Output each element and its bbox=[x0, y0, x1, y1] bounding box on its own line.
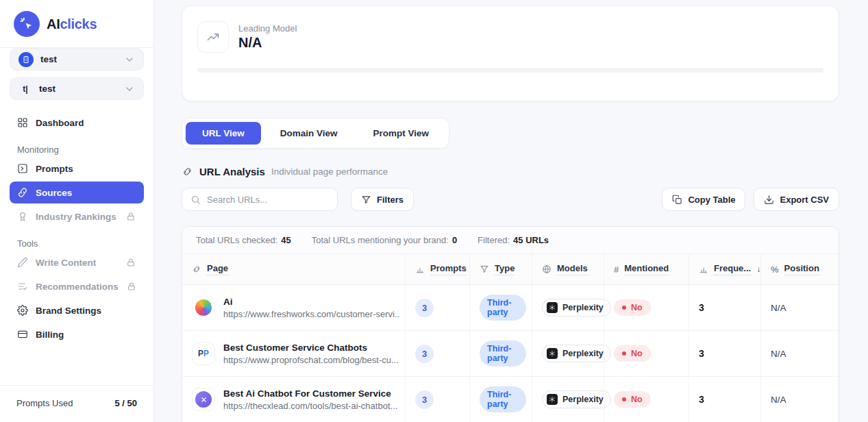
gear-icon bbox=[17, 305, 28, 316]
stat-filtered: Filtered:45 URLs bbox=[478, 235, 549, 245]
usage-value: 5 / 50 bbox=[114, 398, 137, 408]
table-header: Page Prompts Type Models # Mentioned Fre… bbox=[182, 254, 839, 284]
brand-logo: AIclicks bbox=[0, 0, 153, 48]
tab-domain-view[interactable]: Domain View bbox=[264, 122, 354, 145]
filters-label: Filters bbox=[377, 195, 404, 205]
status-dot bbox=[622, 351, 626, 356]
sidebar-item-label: Industry Rankings bbox=[36, 212, 116, 222]
table-row[interactable]: Best Ai Chatbot For Customer Service htt… bbox=[182, 376, 839, 422]
column-header-page[interactable]: Page bbox=[182, 254, 405, 284]
globe-icon bbox=[542, 264, 551, 274]
position-value: N/A bbox=[771, 395, 786, 405]
brand-name: AIclicks bbox=[47, 16, 97, 32]
column-header-type[interactable]: Type bbox=[469, 254, 532, 284]
export-csv-label: Export CSV bbox=[780, 195, 829, 205]
sidebar-item-label: Billing bbox=[36, 330, 64, 340]
credit-card-icon bbox=[17, 329, 28, 340]
sidebar-item-label: Sources bbox=[36, 188, 72, 198]
section-subtitle: Individual page performance bbox=[271, 166, 388, 177]
company-icon bbox=[18, 52, 34, 67]
lock-icon bbox=[125, 257, 136, 268]
sidebar-item-label: Write Content bbox=[36, 258, 96, 268]
table-controls: Filters Copy Table Export CSV bbox=[182, 188, 839, 211]
sidebar: AIclicks test t| test Dashboard Monitori… bbox=[0, 0, 154, 422]
frequency-value: 3 bbox=[699, 348, 704, 359]
mentioned-badge: No bbox=[614, 345, 651, 362]
search-box[interactable] bbox=[182, 188, 338, 211]
status-dot bbox=[622, 397, 626, 401]
sidebar-item-brand-settings[interactable]: Brand Settings bbox=[10, 299, 144, 321]
page-title: Best Ai Chatbot For Customer Service bbox=[223, 388, 397, 399]
sidebar-item-label: Recommendations bbox=[36, 282, 119, 292]
sidebar-item-prompts[interactable]: Prompts bbox=[10, 158, 144, 179]
filters-button[interactable]: Filters bbox=[351, 188, 414, 211]
mentioned-badge: No bbox=[614, 299, 651, 316]
list-check-icon bbox=[17, 281, 28, 292]
section-label-monitoring: Monitoring bbox=[17, 145, 136, 155]
page-title: Best Customer Service Chatbots bbox=[223, 343, 399, 353]
funnel-icon bbox=[480, 264, 489, 274]
main-content: Leading Model N/A URL View Domain View P… bbox=[154, 0, 868, 422]
table-stats-bar: Total URLs checked:45 Total URLs mention… bbox=[182, 227, 839, 254]
prompts-count-badge: 3 bbox=[415, 299, 434, 317]
page-url[interactable]: https://www.freshworks.com/customer-serv… bbox=[223, 309, 399, 319]
column-header-frequency[interactable]: Freque... ↓ bbox=[689, 254, 760, 284]
position-value: N/A bbox=[771, 303, 786, 313]
page-url[interactable]: https://www.proprofschat.com/blog/best-c… bbox=[223, 355, 399, 365]
stat-total-checked: Total URLs checked:45 bbox=[196, 235, 291, 245]
usage-label: Prompts Used bbox=[16, 398, 73, 408]
section-title: URL Analysis bbox=[199, 166, 265, 177]
workspace-name: test bbox=[40, 54, 57, 64]
usage-meter: Prompts Used 5 / 50 bbox=[0, 385, 153, 422]
site-favicon bbox=[192, 296, 215, 319]
model-badge: Perplexity bbox=[542, 345, 611, 362]
prompts-count-badge: 3 bbox=[415, 390, 434, 409]
tab-prompt-view[interactable]: Prompt View bbox=[357, 122, 446, 145]
sidebar-item-recommendations[interactable]: Recommendations bbox=[10, 275, 144, 297]
copy-table-button[interactable]: Copy Table bbox=[662, 188, 745, 211]
perplexity-icon bbox=[547, 394, 558, 405]
bar-chart-icon bbox=[415, 264, 425, 274]
mentioned-badge: No bbox=[614, 391, 651, 408]
table-row[interactable]: Ai https://www.freshworks.com/customer-s… bbox=[182, 284, 839, 330]
position-value: N/A bbox=[771, 349, 786, 359]
terminal-icon bbox=[17, 163, 28, 174]
type-badge: Third-party bbox=[480, 386, 526, 412]
prompts-count-badge: 3 bbox=[415, 345, 434, 363]
type-badge: Third-party bbox=[480, 340, 526, 367]
copy-table-label: Copy Table bbox=[688, 195, 735, 205]
bar-chart-icon bbox=[699, 264, 708, 274]
sidebar-item-dashboard[interactable]: Dashboard bbox=[10, 112, 144, 134]
column-header-models[interactable]: Models bbox=[532, 254, 604, 284]
table-row[interactable]: PP Best Customer Service Chatbots https:… bbox=[182, 330, 839, 376]
funnel-icon bbox=[361, 195, 371, 205]
status-dot bbox=[622, 306, 626, 310]
sidebar-item-industry-rankings[interactable]: Industry Rankings bbox=[10, 206, 144, 227]
sidebar-item-sources[interactable]: Sources bbox=[10, 182, 144, 203]
sidebar-item-write-content[interactable]: Write Content bbox=[10, 251, 144, 273]
sidebar-item-label: Dashboard bbox=[36, 118, 84, 128]
column-header-mentioned[interactable]: # Mentioned bbox=[604, 254, 689, 284]
sidebar-item-billing[interactable]: Billing bbox=[10, 323, 144, 345]
cursor-click-icon bbox=[14, 11, 40, 37]
site-favicon: PP bbox=[192, 342, 215, 365]
search-icon bbox=[190, 195, 201, 205]
link-icon bbox=[192, 264, 201, 274]
search-input[interactable] bbox=[207, 195, 329, 205]
frequency-value: 3 bbox=[699, 302, 704, 313]
lock-icon bbox=[126, 281, 137, 292]
model-badge: Perplexity bbox=[542, 390, 611, 408]
tab-url-view[interactable]: URL View bbox=[186, 122, 261, 145]
column-header-position[interactable]: % Position bbox=[760, 254, 839, 284]
page-url[interactable]: https://thecxlead.com/tools/best-ai-chat… bbox=[223, 401, 397, 411]
view-tabs: URL View Domain View Prompt View bbox=[182, 118, 449, 149]
workspace-dropdown[interactable]: test bbox=[10, 48, 144, 71]
grid-icon bbox=[17, 117, 28, 128]
url-table-card: Total URLs checked:45 Total URLs mention… bbox=[182, 226, 839, 422]
chevron-down-icon bbox=[124, 84, 135, 95]
sidebar-item-label: Prompts bbox=[36, 164, 73, 174]
project-dropdown[interactable]: t| test bbox=[10, 77, 144, 100]
leading-model-card: Leading Model N/A bbox=[182, 5, 839, 101]
column-header-prompts[interactable]: Prompts bbox=[405, 254, 469, 284]
export-csv-button[interactable]: Export CSV bbox=[754, 188, 839, 211]
